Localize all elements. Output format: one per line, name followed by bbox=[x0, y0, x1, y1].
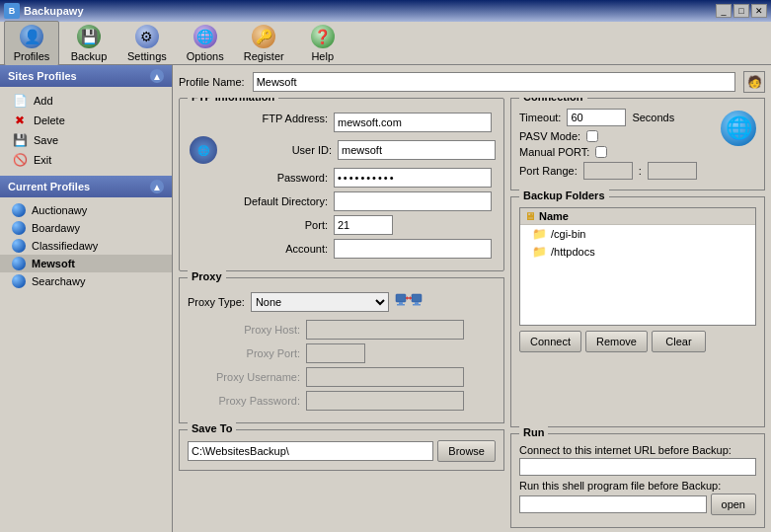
port-input[interactable] bbox=[334, 215, 393, 235]
sidebar-item-save[interactable]: 💾 Save bbox=[0, 130, 172, 150]
sidebar-item-exit[interactable]: 🚫 Exit bbox=[0, 150, 172, 170]
svg-rect-5 bbox=[413, 304, 421, 306]
seconds-label: Seconds bbox=[632, 112, 674, 123]
ftp-address-input[interactable] bbox=[334, 113, 492, 132]
connect-button[interactable]: Connect bbox=[519, 331, 581, 352]
proxy-title: Proxy bbox=[188, 270, 226, 282]
proxy-port-input[interactable] bbox=[306, 343, 365, 363]
maximize-button[interactable]: □ bbox=[733, 4, 749, 18]
profile-dot-auctionawy bbox=[12, 203, 26, 217]
user-id-input[interactable] bbox=[338, 140, 496, 160]
account-row: Account: bbox=[188, 239, 496, 259]
profile-item-boardawy[interactable]: Boardawy bbox=[0, 219, 172, 237]
profile-item-auctionawy[interactable]: Auctionawy bbox=[0, 201, 172, 219]
proxy-password-input[interactable] bbox=[306, 391, 464, 411]
toolbar-help-label: Help bbox=[311, 50, 334, 62]
open-button[interactable]: open bbox=[711, 494, 756, 515]
toolbar-backup-label: Backup bbox=[71, 50, 108, 62]
profile-dot-classifiedawy bbox=[12, 239, 26, 253]
toolbar-options-label: Options bbox=[187, 50, 224, 62]
current-profiles-header[interactable]: Current Profiles ▲ bbox=[0, 176, 172, 197]
folder-icon-cgi: 📁 bbox=[532, 227, 547, 241]
timeout-row: Timeout: Seconds bbox=[519, 109, 697, 126]
ftp-section-title: FTP Information bbox=[188, 98, 278, 103]
folder-item-httpdocs[interactable]: 📁 /httpdocs bbox=[520, 243, 755, 261]
internet-run-row bbox=[519, 458, 756, 476]
profile-item-searchawy[interactable]: Searchawy bbox=[0, 272, 172, 290]
profiles-icon: 👤 bbox=[20, 25, 43, 48]
profile-item-classifiedawy[interactable]: Classifiedawy bbox=[0, 237, 172, 255]
proxy-port-row: Proxy Port: bbox=[188, 343, 496, 363]
profile-name-label: Profile Name: bbox=[179, 76, 245, 88]
sites-profiles-title: Sites Profiles bbox=[8, 70, 77, 82]
sidebar-add-label: Add bbox=[34, 95, 53, 107]
pasv-row: PASV Mode: bbox=[519, 130, 697, 142]
main-layout: Sites Profiles ▲ 📄 Add ✖ Delete 💾 Save 🚫 bbox=[0, 65, 771, 532]
default-dir-input[interactable] bbox=[334, 191, 492, 211]
sidebar-item-add[interactable]: 📄 Add bbox=[0, 91, 172, 111]
folder-item-cgi-bin[interactable]: 📁 /cgi-bin bbox=[520, 225, 755, 243]
close-button[interactable]: ✕ bbox=[751, 4, 767, 18]
password-input[interactable] bbox=[334, 168, 492, 188]
timeout-label: Timeout: bbox=[519, 112, 561, 123]
pasv-checkbox[interactable] bbox=[586, 130, 598, 142]
ftp-user-icon: 🌐 bbox=[190, 136, 217, 164]
port-row: Port: bbox=[188, 215, 496, 235]
toolbar-profiles[interactable]: 👤 Profiles bbox=[4, 21, 59, 66]
sites-profiles-section: Sites Profiles ▲ 📄 Add ✖ Delete 💾 Save 🚫 bbox=[0, 65, 172, 174]
current-profiles-items: Auctionawy Boardawy Classifiedawy Mewsof… bbox=[0, 197, 172, 294]
svg-rect-4 bbox=[415, 302, 419, 304]
sites-profiles-header[interactable]: Sites Profiles ▲ bbox=[0, 65, 172, 87]
exit-icon: 🚫 bbox=[12, 152, 28, 168]
password-label: Password: bbox=[215, 172, 334, 184]
profile-item-mewsoft[interactable]: Mewsoft bbox=[0, 255, 172, 272]
minimize-button[interactable]: _ bbox=[716, 4, 732, 18]
remove-button[interactable]: Remove bbox=[585, 331, 648, 352]
user-id-label: User ID: bbox=[219, 144, 338, 156]
proxy-type-select[interactable]: None SOCKS4 SOCKS5 HTTP bbox=[251, 292, 389, 312]
ftp-user-icon-wrap: 🌐 bbox=[188, 136, 219, 164]
shell-program-input[interactable] bbox=[519, 495, 707, 513]
svg-rect-1 bbox=[399, 302, 403, 304]
sites-collapse-btn[interactable]: ▲ bbox=[150, 69, 164, 83]
profile-name-input[interactable] bbox=[253, 72, 735, 92]
port-range-end bbox=[648, 162, 697, 180]
timeout-input[interactable] bbox=[567, 109, 626, 126]
pasv-label: PASV Mode: bbox=[519, 130, 580, 142]
sidebar: Sites Profiles ▲ 📄 Add ✖ Delete 💾 Save 🚫 bbox=[0, 65, 173, 532]
run-section: Run Connect to this internet URL before … bbox=[510, 433, 765, 528]
internet-label: Connect to this internet URL before Back… bbox=[519, 444, 756, 456]
current-collapse-btn[interactable]: ▲ bbox=[150, 180, 164, 193]
proxy-username-label: Proxy Username: bbox=[188, 371, 306, 383]
clear-button[interactable]: Clear bbox=[652, 331, 706, 352]
svg-rect-3 bbox=[412, 294, 422, 302]
manual-port-checkbox[interactable] bbox=[595, 146, 607, 158]
profile-icon-button[interactable]: 🧑 bbox=[743, 71, 765, 93]
toolbar-help[interactable]: ❓ Help bbox=[295, 21, 350, 66]
proxy-type-label: Proxy Type: bbox=[188, 296, 245, 308]
folders-icon: 🖥 bbox=[524, 210, 535, 222]
save-to-path-input[interactable] bbox=[188, 441, 433, 461]
proxy-port-label: Proxy Port: bbox=[188, 347, 306, 359]
account-input[interactable] bbox=[334, 239, 492, 259]
toolbar-options[interactable]: 🌐 Options bbox=[178, 21, 233, 66]
port-range-start bbox=[583, 162, 633, 180]
folders-header-label: Name bbox=[539, 210, 569, 222]
toolbar-settings-label: Settings bbox=[127, 50, 167, 62]
toolbar: 👤 Profiles 💾 Backup ⚙ Settings 🌐 Options… bbox=[0, 22, 771, 65]
save-icon: 💾 bbox=[12, 132, 28, 148]
toolbar-settings[interactable]: ⚙ Settings bbox=[118, 21, 176, 66]
folder-label-httpdocs: /httpdocs bbox=[551, 246, 595, 258]
internet-url-input[interactable] bbox=[519, 458, 756, 476]
help-icon: ❓ bbox=[311, 25, 335, 48]
toolbar-backup[interactable]: 💾 Backup bbox=[61, 21, 116, 66]
sidebar-item-delete[interactable]: ✖ Delete bbox=[0, 111, 172, 130]
proxy-username-input[interactable] bbox=[306, 367, 464, 387]
connection-section: Connection Timeout: Seconds PASV Mode: bbox=[510, 98, 765, 190]
ftp-address-label: FTP Address: bbox=[215, 113, 334, 124]
toolbar-register[interactable]: 🔑 Register bbox=[235, 21, 293, 66]
browse-button[interactable]: Browse bbox=[437, 440, 496, 462]
window-title: Backupawy bbox=[24, 5, 84, 17]
proxy-host-input[interactable] bbox=[306, 320, 464, 340]
register-icon: 🔑 bbox=[252, 25, 275, 48]
